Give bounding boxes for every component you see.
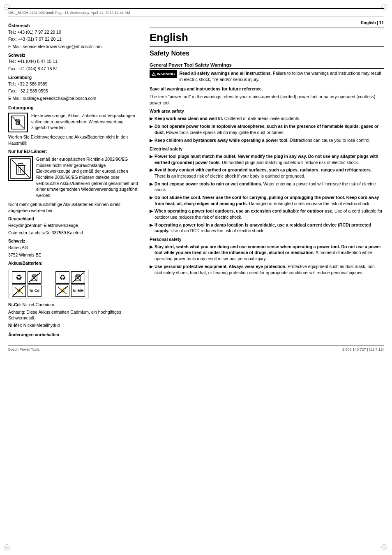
svg-text:⚡: ⚡: [16, 287, 23, 294]
bullet-bold-1: Keep work area clean and well lit.: [154, 116, 223, 121]
section-title-safety: Safety Notes: [150, 49, 384, 58]
bullet-rest-e2: There is an increased risk of electric s…: [154, 173, 305, 178]
footer-right: 2 609 140 727 | (11.4.12): [342, 347, 384, 352]
bullet-text-3: Keep children and bystanders away while …: [154, 137, 384, 143]
bullet-elec-5: ▶ When operating a power tool outdoors, …: [150, 208, 384, 220]
svg-rect-19: [76, 276, 81, 281]
schweiz1-heading: Schweiz: [8, 52, 140, 58]
schweiz2-heading: Schweiz: [8, 238, 140, 244]
osterreich-heading: Österreich: [8, 23, 140, 29]
entsorgung-heading: Entsorgung: [8, 105, 140, 111]
page-number: English | 11: [361, 21, 384, 25]
schweiz1-fax: Fax: +41 (044) 8 47 15 51: [8, 66, 140, 72]
bullet-text-p2: Use personal protective equipment. Alway…: [154, 264, 384, 275]
reg-mark-tl: [4, 4, 11, 11]
svg-text:♻: ♻: [16, 273, 22, 282]
bullet-text-1: Keep work area clean and well lit. Clutt…: [154, 116, 384, 122]
nimh-recycle-icon: ♻: [55, 271, 69, 284]
section-luxemburg: Luxemburg Tel.: +32 2 588 0589 Fax: +32 …: [8, 74, 140, 102]
deutschland-line2: Osteroder Landstraße 337589 Kalefeld: [8, 230, 140, 236]
section-deutschland: Deutschland Recyclingzentrum Elektrowerk…: [8, 216, 140, 236]
svg-text:⚡: ⚡: [59, 287, 67, 294]
reg-mark-bl: [4, 544, 11, 551]
bullet-bold-e5: When operating a power tool outdoors, us…: [154, 208, 333, 213]
nur-eu-heading: Nur für EU-Länder:: [8, 148, 140, 155]
bullet-elec-6: ▶ If operating a power tool in a damp lo…: [150, 222, 384, 234]
page-container: OBJ_BUCH-1124-003.book Page 11 Wednesday…: [0, 0, 392, 555]
nimh-fire-icon: ⚡: [55, 284, 69, 297]
schweiz2-line2: 3752 Wimmis BE: [8, 252, 140, 258]
header-meta: OBJ_BUCH-1124-003.book Page 11 Wednesday…: [8, 11, 384, 17]
nimh-bottom-icons: ⚡ Ni-MH: [55, 284, 85, 297]
nicd-bottom-icons: ⚡ Ni-Cd: [12, 284, 42, 297]
svg-line-20: [76, 276, 81, 281]
main-content: Österreich Tel.: +43 (01) 7 97 22 20 10 …: [8, 20, 384, 339]
warning-text: Read all safety warnings and all instruc…: [180, 70, 384, 82]
page-title: English: [150, 30, 384, 47]
work-area-title: Work area safety: [150, 108, 384, 114]
nicd-text: Nickel-Cadmium: [22, 302, 54, 307]
electrical-bullets: ▶ Power tool plugs must match the outlet…: [150, 153, 384, 234]
section-schweiz2: Schweiz Batrec AG 3752 Wimmis BE: [8, 238, 140, 258]
entsorgung-text: Elektrowerkzeuge, Akkus, Zubehör und Ver…: [31, 113, 140, 131]
battery-icons-row: ♻: [8, 270, 140, 298]
nimh-text-val: Nickel-Metallhydrid: [23, 323, 60, 328]
bullet-rest-2: Power tools create sparks which may igni…: [165, 130, 284, 135]
section-osterreich: Österreich Tel.: +43 (01) 7 97 22 20 10 …: [8, 23, 140, 50]
bullet-arrow-2: ▶: [150, 123, 153, 130]
section-schweiz1: Schweiz Tel.: +41 (044) 8 47 15 11 Fax: …: [8, 52, 140, 72]
bullet-text-e2: Avoid body contact with earthed or groun…: [154, 167, 384, 179]
bullet-text-2: Do not operate power tools in explosive …: [154, 123, 384, 135]
bullet-bold-p2: Use personal protective equipment. Alway…: [154, 264, 286, 269]
svg-line-17: [15, 287, 23, 294]
eu-box: Gemäß der europäischen Richtlinie 2002/9…: [8, 156, 140, 200]
svg-text:🗑: 🗑: [14, 118, 22, 126]
warning-box: WARNING Read all safety warnings and all…: [150, 70, 384, 83]
section-entsorgung: Entsorgung 🗑 Elektrowerkzeuge, Akkus, Zu…: [8, 105, 140, 146]
eu-text: Gemäß der europäischen Richtlinie 2002/9…: [36, 156, 140, 199]
aenderungen: Änderungen vorbehalten.: [8, 332, 140, 338]
deutschland-heading: Deutschland: [8, 216, 140, 222]
bullet-arrow-e3: ▶: [150, 181, 153, 187]
bullet-text-e6: If operating a power tool in a damp loca…: [154, 222, 384, 234]
bullet-bold-e3: Do not expose power tools to rain or wet…: [154, 181, 262, 186]
top-border: [8, 8, 384, 9]
bullet-text-e3: Do not expose power tools to rain or wet…: [154, 181, 384, 193]
akkus-heading: Akkus/Batterien:: [8, 260, 140, 266]
bullet-arrow-p2: ▶: [150, 264, 153, 270]
bullet-elec-3: ▶ Do not expose power tools to rain or w…: [150, 181, 384, 193]
nicd-bin-icon: [28, 271, 42, 284]
nicd-text-heading: Ni-Cd: Nickel-Cadmium: [8, 302, 140, 308]
bullet-pers-2: ▶ Use personal protective equipment. Alw…: [150, 264, 384, 275]
bullet-rest-e4: Damaged or entangled cords increase the …: [248, 201, 371, 206]
bullet-text-e1: Power tool plugs must match the outlet. …: [154, 153, 384, 165]
luxemburg-heading: Luxemburg: [8, 74, 140, 81]
reg-mark-br: [381, 544, 388, 551]
footer-left: Bosch Power Tools: [8, 347, 39, 352]
bullet-text-e4: Do not abuse the cord. Never use the cor…: [154, 194, 384, 206]
bullet-rest-e6: Use of an RCD reduces the risk of electr…: [169, 228, 265, 233]
personal-bullets: ▶ Stay alert, watch what you are doing a…: [150, 244, 384, 275]
svg-line-10: [12, 160, 30, 178]
page-num-bar: English | 11: [150, 20, 384, 28]
section-nur-eu: Nur für EU-Länder:: [8, 148, 140, 213]
nicd-label-cell: Ni-Cd: [28, 284, 42, 297]
nicd-fire-icon: ⚡: [12, 284, 26, 297]
section-akkus: Akkus/Batterien: ♻: [8, 260, 140, 328]
svg-rect-12: [32, 276, 37, 281]
svg-line-24: [58, 287, 67, 294]
svg-rect-6: [18, 164, 23, 166]
eu-text2: Nicht mehr gebrauchsfähige Akkus/Batteri…: [8, 201, 140, 213]
bullet-arrow-e5: ▶: [150, 208, 153, 214]
bullet-arrow-1: ▶: [150, 116, 153, 122]
osterreich-email: E-Mail: service.elektrowerkzeuge@at.bosc…: [8, 44, 140, 50]
bullet-elec-2: ▶ Avoid body contact with earthed or gro…: [150, 167, 384, 179]
nimh-icon-box: ♻: [52, 270, 89, 298]
svg-text:♻: ♻: [59, 273, 66, 282]
personal-title: Personal safety: [150, 236, 384, 243]
bullet-arrow-e6: ▶: [150, 222, 153, 228]
bullet-bold-3: Keep children and bystanders away while …: [154, 138, 288, 143]
bullet-rest-1: Cluttered or dark areas invite accidents…: [223, 116, 300, 121]
bullet-rest-e1: Unmodified plugs and matching outlets wi…: [221, 160, 359, 165]
work-area-bullets: ▶ Keep work area clean and well lit. Clu…: [150, 116, 384, 143]
